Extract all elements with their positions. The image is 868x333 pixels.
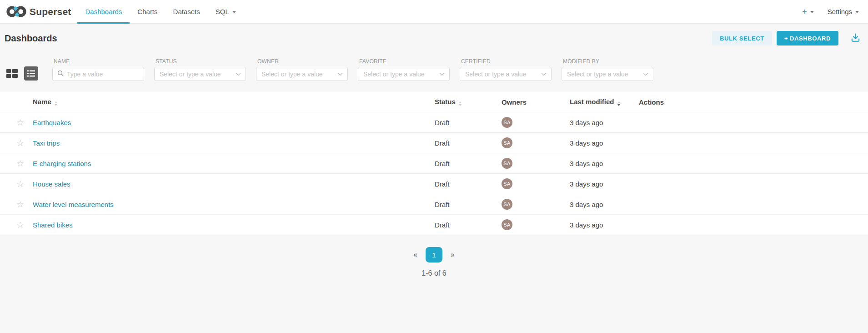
last-modified-cell: 3 days ago [570,174,639,194]
filter-status: STATUS Select or type a value [154,58,246,81]
favorite-star-icon[interactable]: ☆ [16,221,24,229]
certified-select[interactable]: Select or type a value [460,67,552,81]
import-dashboards-button[interactable] [850,32,861,44]
last-modified-cell: 3 days ago [570,153,639,174]
header-actions: BULK SELECT + DASHBOARD [712,31,861,45]
dashboard-link[interactable]: Shared bikes [33,221,73,229]
table-row: ☆ Taxi trips Draft SA 3 days ago [0,133,868,153]
status-cell: Draft [435,215,502,235]
actions-cell [639,133,868,153]
select-placeholder: Select or type a value [261,71,323,78]
filter-label: STATUS [156,58,246,65]
status-cell: Draft [435,174,502,194]
last-modified-cell: 3 days ago [570,112,639,133]
chevron-down-icon [337,72,343,76]
brand-name: Superset [30,6,71,17]
filter-label: OWNER [257,58,348,65]
dashboard-link[interactable]: Earthquakes [33,119,71,126]
favorite-star-icon[interactable]: ☆ [16,159,24,168]
dashboard-link[interactable]: Water level measurements [33,201,114,208]
owner-avatar[interactable]: SA [502,117,512,128]
main-nav: Dashboards Charts Datasets SQL [77,0,243,23]
table-row: ☆ Shared bikes Draft SA 3 days ago [0,215,868,235]
filter-bar: NAME Type a value STATUS Select or type … [0,45,868,88]
favorite-column-header [0,92,33,112]
filter-label: CERTIFIED [461,58,552,65]
owner-avatar[interactable]: SA [502,158,512,169]
nav-right: + Settings [802,0,868,23]
select-placeholder: Select or type a value [363,71,425,78]
dashboard-link[interactable]: Taxi trips [33,139,60,147]
chevron-down-icon [643,72,648,76]
sort-desc-icon [617,101,620,106]
chevron-down-icon [541,72,547,76]
status-cell: Draft [435,112,502,133]
nav-tab-charts[interactable]: Charts [130,0,165,23]
actions-cell [639,112,868,133]
actions-cell [639,153,868,174]
dashboard-link[interactable]: House sales [33,180,70,188]
filter-favorite: FAVORITE Select or type a value [358,58,450,81]
table-row: ☆ E-charging stations Draft SA 3 days ag… [0,153,868,174]
filter-label: FAVORITE [359,58,450,65]
filter-modified-by: MODIFIED BY Select or type a value [562,58,653,81]
new-item-menu-button[interactable]: + [802,8,814,16]
last-modified-cell: 3 days ago [570,194,639,215]
sort-header-name[interactable]: Name [33,92,435,112]
table-row: ☆ Earthquakes Draft SA 3 days ago [0,112,868,133]
filter-name: NAME Type a value [52,58,144,81]
modified-by-select[interactable]: Select or type a value [562,67,653,81]
chevron-down-icon [439,72,445,76]
owner-avatar[interactable]: SA [502,178,512,189]
sort-header-last-modified[interactable]: Last modified [570,92,639,112]
actions-cell [639,194,868,215]
settings-menu-button[interactable]: Settings [828,8,859,15]
favorite-select[interactable]: Select or type a value [358,67,450,81]
favorite-star-icon[interactable]: ☆ [16,118,24,127]
pagination: « 1 » [0,247,868,262]
previous-page-button[interactable]: « [408,251,423,259]
owner-select[interactable]: Select or type a value [256,67,348,81]
content-area: Dashboards BULK SELECT + DASHBOARD [0,24,868,333]
actions-cell [639,215,868,235]
table-header-row: Name Status Owners Last modified Actions [0,92,868,112]
status-cell: Draft [435,194,502,215]
view-toggles [6,66,38,81]
nav-tab-dashboards[interactable]: Dashboards [77,0,130,23]
filter-certified: CERTIFIED Select or type a value [460,58,552,81]
search-icon [57,70,64,78]
superset-logo[interactable]: Superset [0,0,75,23]
sort-header-status[interactable]: Status [435,92,502,112]
column-header-owners: Owners [502,92,570,112]
actions-cell [639,174,868,194]
status-select[interactable]: Select or type a value [154,67,246,81]
owner-avatar[interactable]: SA [502,137,512,148]
owner-avatar[interactable]: SA [502,219,512,230]
favorite-star-icon[interactable]: ☆ [16,200,24,209]
select-placeholder: Select or type a value [465,71,527,78]
dashboards-table: Name Status Owners Last modified Actions [0,92,868,235]
list-view-icon[interactable] [24,66,38,81]
next-page-button[interactable]: » [445,251,460,259]
filter-label: NAME [54,58,144,65]
nav-tab-datasets[interactable]: Datasets [166,0,208,23]
caret-down-icon [810,11,814,13]
bulk-select-button[interactable]: BULK SELECT [712,31,772,45]
favorite-star-icon[interactable]: ☆ [16,139,24,147]
superset-logo-icon [6,5,26,18]
top-navbar: Superset Dashboards Charts Datasets SQL … [0,0,868,24]
card-view-icon[interactable] [6,67,19,80]
favorite-star-icon[interactable]: ☆ [16,180,24,188]
status-cell: Draft [435,153,502,174]
caret-down-icon [855,11,859,13]
filter-label: MODIFIED BY [563,58,653,65]
name-search-input[interactable]: Type a value [52,67,144,81]
dashboard-link[interactable]: E-charging stations [33,160,91,167]
new-dashboard-button[interactable]: + DASHBOARD [777,31,838,45]
last-modified-cell: 3 days ago [570,133,639,153]
owner-avatar[interactable]: SA [502,199,512,210]
page-header: Dashboards BULK SELECT + DASHBOARD [0,24,868,45]
page-1-button[interactable]: 1 [426,247,442,262]
nav-tab-sql[interactable]: SQL [208,0,244,23]
last-modified-cell: 3 days ago [570,215,639,235]
